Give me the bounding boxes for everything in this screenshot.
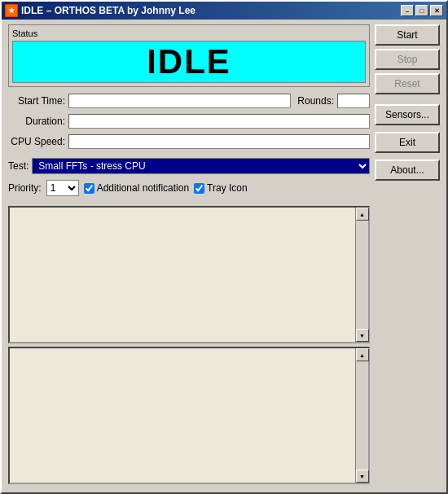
scroll-up-top[interactable]: ▲ — [356, 208, 369, 221]
rounds-input[interactable] — [337, 94, 370, 108]
rounds-label: Rounds: — [297, 95, 334, 107]
sensors-button[interactable]: Sensors... — [375, 104, 440, 125]
side-panel: Start Stop Reset Sensors... Exit About..… — [375, 24, 440, 487]
scrollbar-top[interactable]: ▲ ▼ — [355, 208, 368, 342]
test-select[interactable]: Small FFTs - stress CPU Large FFTs - str… — [32, 158, 370, 174]
additional-notification-label: Additional notification — [97, 182, 189, 194]
minimize-button[interactable]: – — [401, 5, 414, 16]
cpu-speed-input[interactable] — [68, 134, 370, 149]
start-time-input[interactable] — [68, 94, 291, 108]
priority-label: Priority: — [8, 182, 42, 194]
title-bar-left: ★ IDLE – ORTHOS BETA by Johnny Lee — [5, 4, 195, 17]
test-label: Test: — [8, 160, 29, 172]
priority-select[interactable]: 1 2 3 4 5 — [46, 180, 79, 196]
cpu-speed-row: CPU Speed: — [8, 134, 370, 149]
status-group-label: Status — [12, 28, 366, 38]
close-button[interactable]: ✕ — [430, 5, 443, 16]
idle-text: IDLE — [147, 42, 231, 81]
log-panel-bottom: ▲ ▼ — [8, 347, 370, 484]
priority-row: Priority: 1 2 3 4 5 Additional notificat… — [8, 180, 370, 196]
scroll-down-top[interactable]: ▼ — [356, 329, 369, 342]
scrollbar-bottom[interactable]: ▲ ▼ — [355, 348, 368, 483]
idle-display: IDLE — [12, 41, 366, 83]
scroll-track-bottom — [356, 361, 368, 470]
main-window: ★ IDLE – ORTHOS BETA by Johnny Lee – □ ✕… — [0, 0, 448, 494]
duration-label: Duration: — [8, 116, 65, 127]
scroll-track-top — [356, 221, 368, 329]
start-time-row: Start Time: Rounds: — [8, 94, 370, 108]
additional-notification-checkbox[interactable]: Additional notification — [84, 182, 189, 194]
main-content: Status IDLE Start Time: Rounds: Duration… — [2, 20, 446, 492]
stop-button[interactable]: Stop — [375, 49, 440, 70]
app-icon: ★ — [5, 4, 18, 17]
side-spacer — [375, 184, 440, 487]
maximize-button[interactable]: □ — [415, 5, 428, 16]
log-panels: ▲ ▼ ▲ ▼ — [8, 206, 370, 487]
start-time-label: Start Time: — [8, 95, 65, 107]
main-panel: Status IDLE Start Time: Rounds: Duration… — [8, 24, 370, 487]
reset-button[interactable]: Reset — [375, 73, 440, 94]
cpu-speed-label: CPU Speed: — [8, 136, 65, 147]
scroll-up-bottom[interactable]: ▲ — [356, 348, 369, 361]
title-bar: ★ IDLE – ORTHOS BETA by Johnny Lee – □ ✕ — [2, 2, 446, 20]
about-button[interactable]: About... — [375, 160, 440, 181]
tray-icon-input[interactable] — [194, 183, 204, 194]
additional-notification-input[interactable] — [84, 183, 94, 194]
scroll-down-bottom[interactable]: ▼ — [356, 470, 369, 483]
tray-icon-label: Tray Icon — [207, 182, 248, 194]
log-panel-top: ▲ ▼ — [8, 206, 370, 343]
title-bar-controls: – □ ✕ — [401, 5, 443, 16]
duration-row: Duration: — [8, 114, 370, 129]
status-group: Status IDLE — [8, 24, 370, 87]
start-button[interactable]: Start — [375, 24, 440, 46]
window-title: IDLE – ORTHOS BETA by Johnny Lee — [21, 5, 195, 16]
tray-icon-checkbox[interactable]: Tray Icon — [194, 182, 248, 194]
exit-button[interactable]: Exit — [375, 132, 440, 153]
duration-input[interactable] — [68, 114, 370, 129]
test-row: Test: Small FFTs - stress CPU Large FFTs… — [8, 158, 370, 174]
